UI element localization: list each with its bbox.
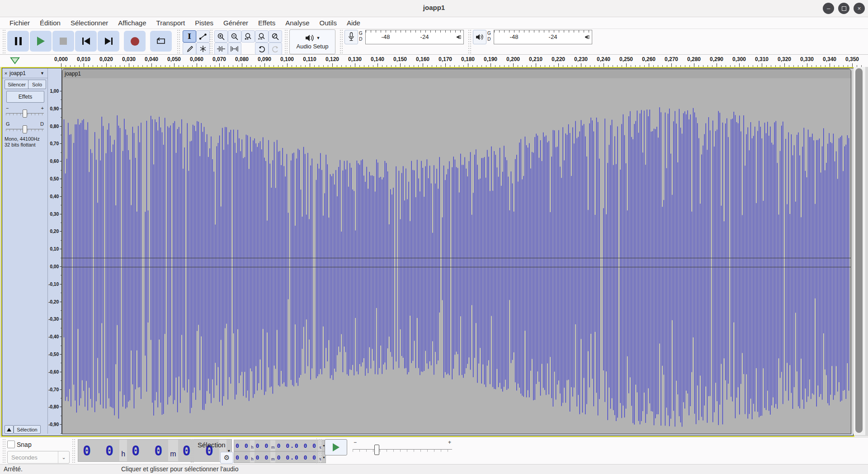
time-digits[interactable]: 0 0 [127, 440, 168, 461]
menu-pistes[interactable]: Pistes [190, 19, 218, 27]
edit-toolbar-grip[interactable] [210, 30, 212, 53]
time-unit: h [119, 440, 127, 461]
selection-digits[interactable]: 0 0 [255, 452, 270, 463]
track-name[interactable]: joapp1 [9, 70, 40, 76]
menu-aide[interactable]: Aide [342, 19, 365, 27]
draw-tool-button[interactable] [183, 43, 196, 55]
minimize-button[interactable]: – [823, 3, 834, 14]
timeline-tick-label: 0,100 [280, 56, 294, 62]
play-button[interactable] [30, 31, 52, 52]
selection-digits[interactable]: 0 0 [234, 452, 250, 463]
menu-outils[interactable]: Outils [315, 19, 342, 27]
play-meter-grip[interactable] [468, 30, 471, 53]
waveform[interactable] [62, 78, 851, 434]
timeline-tick-label: 0,240 [597, 56, 610, 62]
menu-transport[interactable]: Transport [151, 19, 190, 27]
selection-settings-button[interactable]: ⚙ [220, 452, 233, 464]
vertical-scrollbar[interactable] [854, 67, 865, 435]
menu-edition[interactable]: Édition [35, 19, 66, 27]
play-meter-speaker-glyph [585, 34, 590, 40]
audio-setup-button[interactable]: ▼ Audio Setup [289, 29, 335, 54]
gain-minus-label: − [6, 105, 9, 111]
menu-generer[interactable]: Générer [218, 19, 253, 27]
skip-to-start-button[interactable] [75, 31, 97, 52]
speed-slider-thumb[interactable] [374, 445, 379, 455]
menu-selectionner[interactable]: Sélectionner [66, 19, 113, 27]
play-speed-grip[interactable] [319, 439, 322, 463]
timeline-tick-label: 0,350 [845, 56, 859, 62]
pause-button[interactable] [7, 31, 29, 52]
gain-slider[interactable]: − + [5, 105, 45, 119]
playback-speed-slider[interactable]: − + [353, 439, 452, 455]
close-button[interactable]: × [854, 3, 865, 14]
zoom-toggle-button[interactable] [269, 30, 282, 43]
fit-project-button[interactable] [255, 30, 269, 43]
play-meter-scale [494, 30, 592, 33]
timeline-tick-label: 0,170 [439, 56, 452, 62]
play-at-speed-button[interactable] [325, 439, 347, 455]
amplitude-tick-label: 0,90 [50, 106, 59, 111]
selection-digits[interactable]: 0 0.0 0 0 [275, 452, 318, 463]
clip-header[interactable]: joapp1 [62, 69, 851, 79]
selection-toolbar-grip[interactable] [191, 439, 193, 463]
selection-digits[interactable]: 0 0 [255, 440, 270, 451]
selection-end-field[interactable]: 0 0h0 0m0 0.0 0 0s▾ [234, 451, 326, 463]
selection-digits[interactable]: 0 0.0 0 0 [275, 440, 318, 451]
menu-affichage[interactable]: Affichage [113, 19, 151, 27]
pause-icon [15, 37, 22, 45]
loop-icon [156, 36, 166, 46]
snap-toolbar-grip[interactable] [3, 439, 5, 463]
transport-toolbar-grip[interactable] [3, 30, 5, 53]
amplitude-ruler[interactable]: 1,000,900,800,700,600,500,400,300,200,10… [48, 68, 62, 434]
maximize-button[interactable] [838, 3, 849, 14]
record-button[interactable] [124, 31, 146, 52]
time-digits[interactable]: 0 0 [78, 440, 119, 461]
time-toolbar-grip[interactable] [72, 439, 75, 463]
play-meter[interactable]: -48 -24 [494, 30, 592, 44]
redo-button[interactable] [269, 43, 282, 55]
timeline-ruler[interactable]: 0,0000,0100,0200,0300,0400,0500,0600,070… [0, 55, 868, 68]
fit-selection-button[interactable] [241, 30, 255, 43]
snap-checkbox-row[interactable]: Snap [7, 441, 32, 448]
pan-right-label: D [40, 121, 44, 127]
menu-fichier[interactable]: Fichier [5, 19, 35, 27]
silence-audio-button[interactable] [228, 43, 241, 55]
track-collapse-button[interactable] [5, 425, 14, 434]
effects-button[interactable]: Effets [6, 91, 44, 103]
pan-slider[interactable]: G D [5, 121, 45, 135]
menu-effets[interactable]: Effets [253, 19, 280, 27]
pan-slider-thumb[interactable] [23, 125, 27, 133]
solo-button[interactable]: Solo [28, 80, 46, 89]
undo-button[interactable] [255, 43, 269, 55]
zoom-out-button[interactable] [228, 30, 241, 43]
snap-format-combobox[interactable]: Secondes ⌄ [7, 451, 70, 464]
timeline-tick-label: 0,230 [574, 56, 588, 62]
audio-clip[interactable]: joapp1 [62, 69, 851, 434]
skip-to-end-button[interactable] [98, 31, 119, 52]
play-meter-speaker-button[interactable] [473, 30, 486, 44]
mute-button[interactable]: Silencer [5, 80, 29, 89]
record-meter[interactable]: -48 -24 [365, 30, 464, 44]
selection-start-field[interactable]: 0 0h0 0m0 0.0 0 0s▾ [234, 440, 326, 451]
gain-slider-thumb[interactable] [23, 109, 27, 118]
combobox-chevron-icon[interactable]: ⌄ [58, 451, 69, 463]
audio-setup-grip[interactable] [285, 30, 288, 53]
track-close-icon[interactable]: × [2, 71, 9, 76]
track-selection-button[interactable]: Sélection [14, 425, 41, 434]
menu-analyse[interactable]: Analyse [280, 19, 314, 27]
record-meter-grip[interactable] [340, 30, 343, 53]
tools-toolbar-grip[interactable] [177, 30, 180, 53]
trim-audio-button[interactable] [214, 43, 228, 55]
selection-digits[interactable]: 0 0 [234, 440, 250, 451]
selection-tool-button[interactable]: I [183, 30, 196, 43]
snap-checkbox[interactable] [7, 441, 15, 448]
loop-button[interactable] [150, 31, 172, 52]
zoom-in-button[interactable] [214, 30, 228, 43]
record-meter-mic-button[interactable] [344, 30, 358, 44]
vertical-scrollbar-thumb[interactable] [855, 68, 863, 433]
stop-button[interactable] [52, 31, 74, 52]
multi-tool-button[interactable] [196, 43, 210, 55]
clip-area[interactable]: joapp1 [62, 68, 854, 434]
envelope-tool-button[interactable] [196, 30, 210, 43]
track-menu-arrow-icon[interactable]: ▼ [40, 71, 47, 76]
